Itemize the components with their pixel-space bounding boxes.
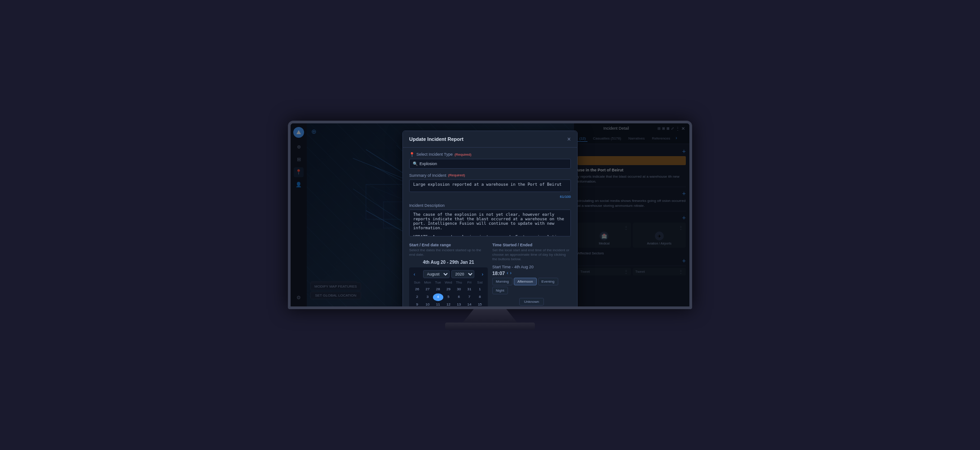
cal-dow-mon: Mon: [422, 280, 433, 285]
cal-day-22[interactable]: 22: [475, 309, 485, 309]
char-count: 61/100: [409, 195, 571, 199]
incident-type-required: (Required): [455, 153, 472, 157]
calendar-grid: Sun Mon Tue Wed Thu Fri Sat: [412, 280, 485, 309]
cal-day-4[interactable]: 4: [433, 293, 443, 301]
cal-day-19[interactable]: 19: [443, 309, 454, 309]
start-time-next-button[interactable]: ›: [510, 271, 511, 275]
cal-dow-sun: Sun: [412, 280, 422, 285]
cal-day-30[interactable]: 30: [454, 286, 464, 293]
time-of-day-buttons: Morning Afternoon Evening Night: [492, 278, 571, 294]
start-time-prev-button[interactable]: ‹: [507, 271, 508, 275]
cal-day-14[interactable]: 14: [464, 301, 474, 309]
cal-week-3: 9 10 11 12 13 14 15: [412, 301, 485, 309]
cal-day-18[interactable]: 18: [433, 309, 443, 309]
description-label: Incident Description: [409, 203, 571, 208]
cal-dow-tue: Tue: [433, 280, 443, 285]
search-icon: 🔍: [413, 162, 418, 166]
cal-day-3[interactable]: 3: [422, 293, 433, 301]
cal-day-7[interactable]: 7: [464, 293, 474, 301]
calendar-dow-row: Sun Mon Tue Wed Thu Fri Sat: [412, 280, 485, 285]
monitor-base: [445, 323, 535, 330]
cal-dow-fri: Fri: [464, 280, 474, 285]
calendar: ‹ August 2020: [409, 267, 488, 309]
summary-label-text: Summary of Incident: [409, 173, 446, 178]
modal-overlay: Update Incident Report × 📍 Select Incide…: [291, 123, 689, 306]
monitor-stand: [463, 309, 517, 323]
cal-day-31[interactable]: 31: [464, 286, 474, 293]
summary-section: Summary of Incident (Required) Large exp…: [409, 173, 571, 199]
cal-day-17[interactable]: 17: [422, 309, 433, 309]
afternoon-button[interactable]: Afternoon: [514, 278, 537, 285]
cal-week-1: 26 27 28 29 30 31 1: [412, 286, 485, 293]
summary-required: (Required): [448, 173, 465, 177]
description-label-text: Incident Description: [409, 203, 445, 208]
cal-month-year: August 2020: [423, 270, 474, 278]
time-section: Time Started / Ended Set the local start…: [492, 243, 571, 309]
app-container: ⊕ ⊞ 📍 👤 ⚙: [291, 123, 689, 306]
date-section: Start / End date range Select the dates …: [409, 243, 488, 309]
start-time-display: 18:07 ‹ ›: [492, 271, 571, 276]
date-range-sublabel: Select the dates the incident started up…: [409, 248, 488, 258]
time-label: Time Started / Ended: [492, 243, 571, 247]
cal-dow-thu: Thu: [454, 280, 464, 285]
cal-week-2: 2 3 4 5 6 7 8: [412, 293, 485, 301]
cal-next-button[interactable]: ›: [480, 271, 485, 278]
pin-icon: 📍: [409, 152, 415, 157]
calendar-header: ‹ August 2020: [412, 270, 485, 278]
summary-label: Summary of Incident (Required): [409, 173, 571, 178]
date-range-display: 4th Aug 20 - 29th Jan 21: [409, 260, 488, 265]
cal-week-4: 16 17 18 19 20 21 22: [412, 309, 485, 309]
cal-day-21[interactable]: 21: [464, 309, 474, 309]
cal-dow-wed: Wed: [443, 280, 454, 285]
cal-year-select[interactable]: 2020: [451, 270, 474, 278]
update-incident-modal: Update Incident Report × 📍 Select Incide…: [402, 131, 578, 309]
cal-day-2[interactable]: 2: [412, 293, 422, 301]
cal-month-select[interactable]: August: [423, 270, 450, 278]
cal-day-15[interactable]: 15: [475, 301, 485, 309]
start-time-section: Start Time - 4th Aug 20 18:07 ‹ › Mornin…: [492, 265, 571, 309]
modal-header: Update Incident Report ×: [403, 131, 577, 148]
monitor-screen: ⊕ ⊞ 📍 👤 ⚙: [288, 121, 692, 309]
incident-type-label-text: Select Incident Type: [416, 152, 453, 157]
datetime-row: Start / End date range Select the dates …: [409, 243, 571, 309]
cal-day-5[interactable]: 5: [443, 293, 454, 301]
cal-day-11[interactable]: 11: [433, 301, 443, 309]
start-time-label: Start Time - 4th Aug 20: [492, 265, 571, 269]
start-time-value: 18:07: [492, 271, 505, 276]
incident-type-section: 📍 Select Incident Type (Required) 🔍: [409, 152, 571, 169]
cal-day-8[interactable]: 8: [475, 293, 485, 301]
cal-day-16[interactable]: 16: [412, 309, 422, 309]
cal-dow-sat: Sat: [475, 280, 485, 285]
cal-day-9[interactable]: 9: [412, 301, 422, 309]
date-range-label: Start / End date range: [409, 243, 488, 247]
time-sublabel: Set the local start and end time of the …: [492, 248, 571, 262]
morning-button[interactable]: Morning: [492, 278, 512, 285]
modal-body: 📍 Select Incident Type (Required) 🔍: [403, 148, 577, 309]
modal-close-button[interactable]: ×: [567, 135, 571, 143]
cal-day-10[interactable]: 10: [422, 301, 433, 309]
cal-day-29[interactable]: 29: [443, 286, 454, 293]
night-button[interactable]: Night: [492, 287, 508, 294]
cal-day-6[interactable]: 6: [454, 293, 464, 301]
cal-day-13[interactable]: 13: [454, 301, 464, 309]
description-section: Incident Description The cause of the ex…: [409, 203, 571, 238]
cal-day-12[interactable]: 12: [443, 301, 454, 309]
modal-title: Update Incident Report: [409, 136, 464, 142]
cal-day-27[interactable]: 27: [422, 286, 433, 293]
cal-day-20[interactable]: 20: [454, 309, 464, 309]
incident-type-input[interactable]: [409, 159, 571, 169]
summary-input[interactable]: Large explosion reported at a warehouse …: [409, 179, 571, 192]
cal-day-28[interactable]: 28: [433, 286, 443, 293]
unknown-button[interactable]: Unknown: [519, 298, 544, 306]
description-input[interactable]: The cause of the explosion is not yet cl…: [409, 210, 571, 236]
cal-prev-button[interactable]: ‹: [412, 271, 417, 278]
incident-type-label: 📍 Select Incident Type (Required): [409, 152, 571, 157]
evening-button[interactable]: Evening: [538, 278, 558, 285]
cal-day-26[interactable]: 26: [412, 286, 422, 293]
cal-day-1[interactable]: 1: [475, 286, 485, 293]
incident-type-search-wrap: 🔍: [409, 159, 571, 169]
